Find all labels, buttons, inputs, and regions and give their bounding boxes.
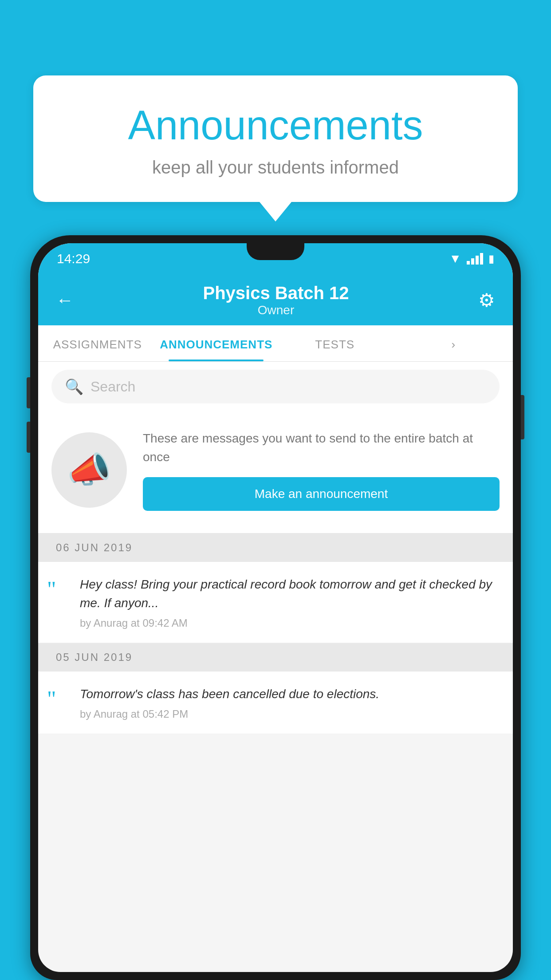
batch-role: Owner: [203, 303, 349, 317]
volume-down-button: [27, 422, 30, 453]
prompt-description: These are messages you want to send to t…: [143, 429, 500, 466]
announcement-item-2: " Tomorrow's class has been cancelled du…: [38, 672, 513, 734]
bubble-subtitle: keep all your students informed: [69, 158, 482, 178]
wifi-icon: ▼: [449, 252, 461, 266]
date-label-1: 06 JUN 2019: [56, 541, 133, 553]
megaphone-icon: 📣: [67, 449, 111, 491]
tab-announcements[interactable]: ANNOUNCEMENTS: [157, 325, 276, 361]
status-time: 14:29: [57, 251, 90, 266]
phone-frame: 14:29 ▼ ▮ ← Physics Batch 12 Owner ⚙: [30, 235, 521, 980]
status-icons: ▼ ▮: [449, 252, 494, 266]
announcement-content-2: Tomorrow's class has been cancelled due …: [80, 685, 500, 720]
header-center: Physics Batch 12 Owner: [203, 283, 349, 317]
tab-assignments[interactable]: ASSIGNMENTS: [38, 325, 157, 361]
speech-bubble-section: Announcements keep all your students inf…: [33, 75, 518, 221]
speech-bubble-arrow: [260, 202, 291, 221]
date-separator-1: 06 JUN 2019: [38, 533, 513, 562]
megaphone-icon-circle: 📣: [51, 432, 127, 508]
search-placeholder: Search: [91, 379, 135, 395]
prompt-right: These are messages you want to send to t…: [143, 429, 500, 511]
phone-notch: [247, 243, 304, 260]
date-label-2: 05 JUN 2019: [56, 651, 133, 663]
tab-tests[interactable]: TESTS: [276, 325, 394, 361]
search-icon: 🔍: [65, 378, 83, 395]
back-button[interactable]: ←: [56, 290, 74, 310]
search-bar[interactable]: 🔍 Search: [51, 370, 500, 403]
tab-more[interactable]: ›: [394, 325, 513, 361]
announcement-meta-2: by Anurag at 05:42 PM: [80, 708, 500, 720]
tabs-bar: ASSIGNMENTS ANNOUNCEMENTS TESTS ›: [38, 325, 513, 362]
announcement-meta-1: by Anurag at 09:42 AM: [80, 617, 500, 629]
search-container: 🔍 Search: [38, 362, 513, 411]
quote-icon-1: ": [47, 575, 69, 600]
announcement-prompt: 📣 These are messages you want to send to…: [38, 411, 513, 533]
phone-screen: 14:29 ▼ ▮ ← Physics Batch 12 Owner ⚙: [38, 243, 513, 972]
battery-icon: ▮: [488, 253, 494, 265]
announcement-text-1: Hey class! Bring your practical record b…: [80, 575, 500, 612]
make-announcement-button[interactable]: Make an announcement: [143, 477, 500, 511]
speech-bubble-card: Announcements keep all your students inf…: [33, 75, 518, 202]
signal-icon: [467, 253, 483, 265]
announcement-content-1: Hey class! Bring your practical record b…: [80, 575, 500, 629]
announcement-text-2: Tomorrow's class has been cancelled due …: [80, 685, 500, 703]
bubble-title: Announcements: [69, 102, 482, 149]
announcement-item-1: " Hey class! Bring your practical record…: [38, 562, 513, 643]
quote-icon-2: ": [47, 685, 69, 710]
date-separator-2: 05 JUN 2019: [38, 643, 513, 672]
settings-icon[interactable]: ⚙: [478, 289, 495, 311]
batch-title: Physics Batch 12: [203, 283, 349, 303]
app-header: ← Physics Batch 12 Owner ⚙: [38, 274, 513, 325]
power-button: [521, 395, 524, 439]
volume-up-button: [27, 377, 30, 408]
